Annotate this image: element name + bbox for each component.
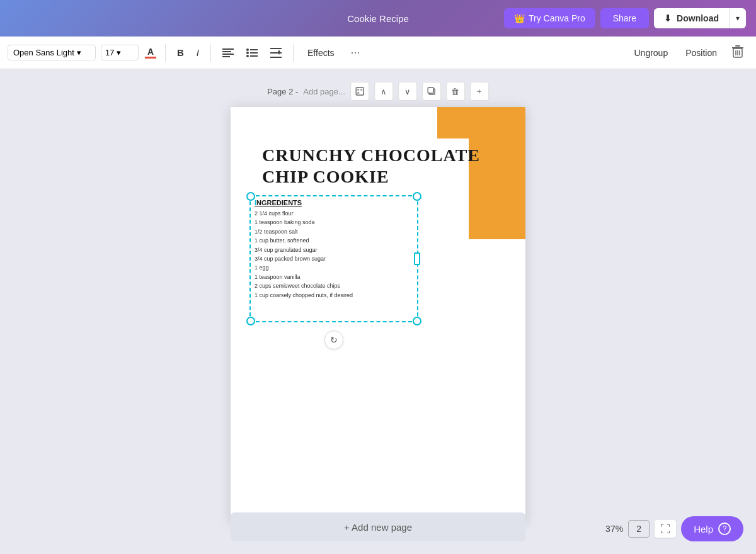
list-item: 1 teaspoon baking soda: [255, 218, 413, 227]
page-settings-icon: [355, 87, 364, 96]
align-button[interactable]: [219, 46, 238, 60]
effects-button[interactable]: Effects: [301, 45, 341, 60]
help-label: Help: [694, 524, 713, 534]
download-group: ⬇ Download ▾: [654, 8, 746, 28]
recipe-title-line1: CRUNCHY CHOCOLATE: [262, 145, 480, 166]
list-item: 2 1/4 cups flour: [255, 209, 413, 218]
font-family-label: Open Sans Light: [13, 48, 74, 57]
color-letter: A: [147, 47, 154, 56]
header-actions: 👑 Try Canva Pro Share ⬇ Download ▾: [504, 8, 746, 28]
handle-bottom-left[interactable]: [246, 317, 255, 325]
toolbar-divider-2: [210, 44, 211, 62]
svg-marker-13: [278, 50, 280, 52]
duplicate-icon: [427, 87, 436, 96]
bold-button[interactable]: B: [173, 45, 188, 60]
delete-icon: [732, 45, 743, 58]
toolbar-right: Ungroup Position: [626, 42, 748, 64]
svg-rect-26: [428, 88, 433, 93]
page-up-button[interactable]: ∧: [374, 82, 393, 101]
font-size-selector[interactable]: 17 ▾: [101, 45, 139, 60]
rotate-button[interactable]: ↻: [324, 331, 343, 349]
orange-notch: [437, 107, 469, 138]
line-height-icon: [270, 48, 282, 58]
header: Cookie Recipe 👑 Try Canva Pro Share ⬇ Do…: [0, 0, 756, 37]
design-page: CRUNCHY CHOCOLATE CHIP COOKIE INGREDIENT…: [231, 107, 525, 523]
font-size-label: 17: [105, 48, 114, 57]
download-icon: ⬇: [664, 13, 672, 23]
bottom-bar: 37% 2 Help ?: [605, 516, 743, 541]
download-label: Download: [677, 13, 719, 23]
ingredients-content: INGREDIENTS 2 1/4 cups flour 1 teaspoon …: [251, 196, 417, 302]
font-family-chevron-icon: ▾: [77, 48, 81, 57]
crown-icon: 👑: [514, 13, 525, 23]
try-canva-label: Try Canva Pro: [529, 13, 585, 23]
svg-point-4: [246, 48, 249, 51]
svg-rect-21: [356, 88, 364, 95]
handle-mid-right[interactable]: [414, 252, 420, 265]
share-button[interactable]: Share: [600, 8, 649, 28]
handle-top-right[interactable]: [413, 192, 421, 201]
toolbar: Open Sans Light ▾ 17 ▾ A B I: [0, 37, 756, 69]
list-item: 1 cup coarsely chopped nuts, if desired: [255, 291, 413, 300]
add-new-page-button[interactable]: + Add new page: [231, 512, 525, 541]
ingredients-list: 2 1/4 cups flour 1 teaspoon baking soda …: [255, 209, 413, 300]
more-button[interactable]: ···: [346, 43, 365, 62]
svg-point-6: [246, 52, 249, 54]
align-icon: [222, 48, 234, 57]
svg-rect-0: [222, 48, 234, 50]
add-page-link[interactable]: Add page...: [303, 87, 345, 96]
page-add-icon-button[interactable]: ＋: [470, 82, 489, 101]
fullscreen-icon: [661, 524, 670, 533]
toolbar-divider-1: [165, 44, 166, 62]
page-number-badge: 2: [628, 520, 650, 538]
svg-rect-5: [250, 49, 258, 50]
toolbar-divider-3: [293, 44, 294, 62]
position-button[interactable]: Position: [678, 44, 724, 62]
page-delete-button[interactable]: 🗑: [446, 82, 465, 101]
handle-top-left[interactable]: [246, 192, 255, 201]
list-icon: [246, 48, 258, 57]
ungroup-button[interactable]: Ungroup: [626, 44, 675, 62]
svg-rect-7: [250, 52, 258, 54]
list-item: 1 teaspoon vanilla: [255, 273, 413, 281]
download-chevron-button[interactable]: ▾: [729, 8, 746, 28]
color-bar: [145, 57, 156, 59]
svg-rect-22: [357, 89, 359, 91]
download-button[interactable]: ⬇ Download: [654, 8, 729, 28]
svg-rect-24: [357, 92, 359, 94]
svg-rect-2: [222, 54, 234, 55]
try-canva-button[interactable]: 👑 Try Canva Pro: [504, 8, 595, 28]
ingredients-text-box[interactable]: INGREDIENTS 2 1/4 cups flour 1 teaspoon …: [249, 195, 418, 322]
list-button[interactable]: [243, 46, 261, 60]
font-size-chevron-icon: ▾: [117, 48, 121, 57]
fullscreen-button[interactable]: [655, 520, 676, 538]
zoom-level: 37%: [605, 524, 623, 534]
delete-button[interactable]: [727, 42, 748, 64]
svg-rect-3: [222, 56, 230, 57]
document-title: Cookie Recipe: [347, 13, 409, 24]
svg-rect-9: [250, 55, 258, 57]
font-family-selector[interactable]: Open Sans Light ▾: [8, 45, 96, 60]
text-color-button[interactable]: A: [144, 46, 158, 60]
svg-point-8: [246, 55, 249, 57]
page-label: Page 2 -: [267, 87, 298, 96]
ingredients-heading: INGREDIENTS: [255, 199, 413, 206]
handle-bottom-right[interactable]: [413, 317, 421, 325]
help-question-icon: ?: [718, 523, 731, 535]
page-down-button[interactable]: ∨: [398, 82, 417, 101]
svg-rect-10: [270, 48, 282, 49]
list-item: 1 egg: [255, 263, 413, 272]
page-duplicate-button[interactable]: [422, 82, 441, 101]
list-item: 3/4 cup packed brown sugar: [255, 254, 413, 263]
italic-button[interactable]: I: [193, 45, 203, 60]
svg-rect-12: [270, 57, 282, 58]
recipe-title-line2: CHIP COOKIE: [262, 166, 480, 188]
svg-rect-23: [360, 89, 362, 91]
list-item: 2 cups semisweet chocolate chips: [255, 281, 413, 290]
help-button[interactable]: Help ?: [681, 516, 743, 541]
page-settings-button[interactable]: [350, 82, 369, 101]
list-item: 1/2 teaspoon salt: [255, 227, 413, 236]
list-item: 3/4 cup granulated sugar: [255, 246, 413, 254]
page-controls: Page 2 - Add page... ∧ ∨ 🗑 ＋: [267, 82, 489, 101]
line-height-button[interactable]: [266, 45, 285, 60]
